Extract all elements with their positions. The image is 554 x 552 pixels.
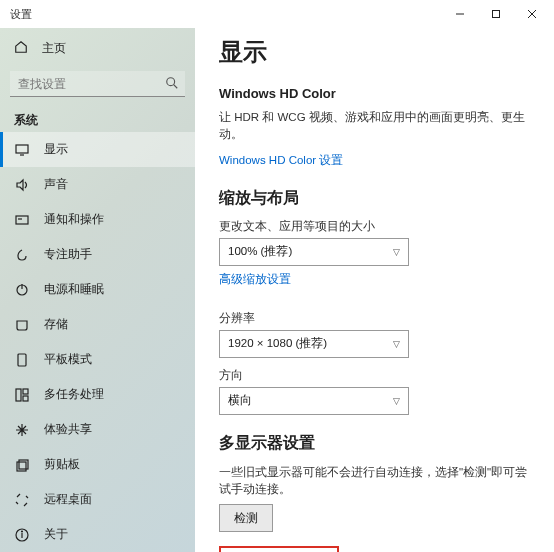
multi-desc: 一些旧式显示器可能不会进行自动连接，选择"检测"即可尝试手动连接。 xyxy=(219,464,530,499)
textsize-select[interactable]: 100% (推荐) ▽ xyxy=(219,238,409,266)
sidebar-item-7[interactable]: 多任务处理 xyxy=(0,377,195,412)
chevron-down-icon: ▽ xyxy=(393,396,400,406)
page-title: 显示 xyxy=(219,36,530,68)
category-label: 系统 xyxy=(0,107,195,132)
sidebar-item-label: 体验共享 xyxy=(44,421,92,438)
sidebar-item-label: 电源和睡眠 xyxy=(44,281,104,298)
svg-rect-1 xyxy=(493,11,500,18)
sidebar-item-8[interactable]: 体验共享 xyxy=(0,412,195,447)
advanced-display-highlight: 高级显示设置 xyxy=(219,546,339,552)
resolution-value: 1920 × 1080 (推荐) xyxy=(228,336,327,351)
search-icon xyxy=(165,76,179,94)
home-icon xyxy=(14,40,28,57)
search-input[interactable] xyxy=(10,71,185,97)
svg-point-4 xyxy=(167,78,175,86)
sidebar-item-10[interactable]: 远程桌面 xyxy=(0,482,195,517)
home-label: 主页 xyxy=(42,40,66,57)
svg-rect-16 xyxy=(17,462,26,471)
orientation-value: 横向 xyxy=(228,393,252,408)
notifications-icon xyxy=(14,212,30,228)
sidebar-item-label: 显示 xyxy=(44,141,68,158)
main-content: 显示 Windows HD Color 让 HDR 和 WCG 视频、游戏和应用… xyxy=(195,28,554,552)
sidebar-item-label: 多任务处理 xyxy=(44,386,104,403)
sidebar-item-4[interactable]: 电源和睡眠 xyxy=(0,272,195,307)
svg-rect-15 xyxy=(23,396,28,401)
share-icon xyxy=(14,422,30,438)
hd-color-link[interactable]: Windows HD Color 设置 xyxy=(219,153,343,168)
detect-button[interactable]: 检测 xyxy=(219,504,273,532)
sidebar: 主页 系统 显示声音通知和操作专注助手电源和睡眠存储平板模式多任务处理体验共享剪… xyxy=(0,28,195,552)
sidebar-item-label: 声音 xyxy=(44,176,68,193)
sidebar-item-1[interactable]: 声音 xyxy=(0,167,195,202)
orientation-select[interactable]: 横向 ▽ xyxy=(219,387,409,415)
hd-color-title: Windows HD Color xyxy=(219,86,530,101)
clipboard-icon xyxy=(14,457,30,473)
advanced-scale-link[interactable]: 高级缩放设置 xyxy=(219,272,291,287)
chevron-down-icon: ▽ xyxy=(393,339,400,349)
sidebar-item-2[interactable]: 通知和操作 xyxy=(0,202,195,237)
textsize-label: 更改文本、应用等项目的大小 xyxy=(219,219,530,234)
sidebar-item-5[interactable]: 存储 xyxy=(0,307,195,342)
multitask-icon xyxy=(14,387,30,403)
sidebar-item-3[interactable]: 专注助手 xyxy=(0,237,195,272)
svg-point-20 xyxy=(22,531,23,532)
close-button[interactable] xyxy=(514,0,550,28)
remote-icon xyxy=(14,492,30,508)
chevron-down-icon: ▽ xyxy=(393,247,400,257)
sidebar-item-label: 远程桌面 xyxy=(44,491,92,508)
resolution-select[interactable]: 1920 × 1080 (推荐) ▽ xyxy=(219,330,409,358)
sidebar-item-label: 专注助手 xyxy=(44,246,92,263)
svg-rect-6 xyxy=(16,145,28,153)
scale-section-title: 缩放与布局 xyxy=(219,188,530,209)
sidebar-item-0[interactable]: 显示 xyxy=(0,132,195,167)
resolution-label: 分辨率 xyxy=(219,311,530,326)
sidebar-item-6[interactable]: 平板模式 xyxy=(0,342,195,377)
sidebar-item-11[interactable]: 关于 xyxy=(0,517,195,552)
textsize-value: 100% (推荐) xyxy=(228,244,292,259)
window-title: 设置 xyxy=(10,7,442,22)
svg-rect-8 xyxy=(16,216,28,224)
orientation-label: 方向 xyxy=(219,368,530,383)
maximize-button[interactable] xyxy=(478,0,514,28)
power-icon xyxy=(14,282,30,298)
sidebar-item-label: 关于 xyxy=(44,526,68,543)
about-icon xyxy=(14,527,30,543)
multi-section-title: 多显示器设置 xyxy=(219,433,530,454)
storage-icon xyxy=(14,317,30,333)
svg-rect-17 xyxy=(19,460,28,469)
sidebar-item-label: 通知和操作 xyxy=(44,211,104,228)
sidebar-item-label: 平板模式 xyxy=(44,351,92,368)
sidebar-item-9[interactable]: 剪贴板 xyxy=(0,447,195,482)
tablet-icon xyxy=(14,352,30,368)
sidebar-item-label: 剪贴板 xyxy=(44,456,80,473)
sidebar-item-label: 存储 xyxy=(44,316,68,333)
sound-icon xyxy=(14,177,30,193)
svg-line-5 xyxy=(174,85,178,89)
svg-rect-13 xyxy=(16,389,21,401)
svg-rect-12 xyxy=(18,354,26,366)
minimize-button[interactable] xyxy=(442,0,478,28)
display-icon xyxy=(14,142,30,158)
svg-rect-14 xyxy=(23,389,28,394)
focus-icon xyxy=(14,247,30,263)
home-nav[interactable]: 主页 xyxy=(0,32,195,65)
hd-color-desc: 让 HDR 和 WCG 视频、游戏和应用中的画面更明亮、更生动。 xyxy=(219,109,530,144)
